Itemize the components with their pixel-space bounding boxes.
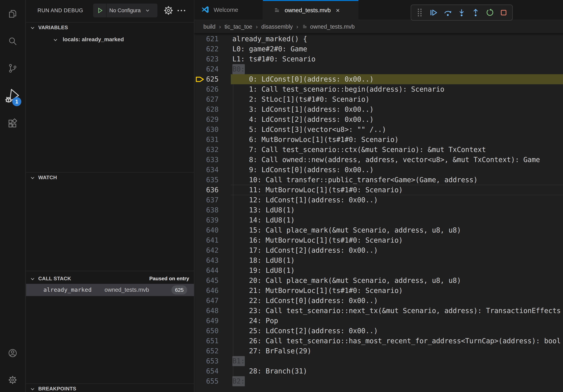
line-number: 653 — [194, 356, 218, 366]
block-label-chip: B0: — [232, 64, 245, 74]
start-debug-icon[interactable] — [97, 7, 103, 14]
line-number: 629 — [194, 115, 218, 125]
code-line: 20: Call place_mark(&mut Scenario, addre… — [231, 275, 563, 286]
debug-badge: 1 — [12, 97, 21, 106]
run-and-debug-icon[interactable]: 1 — [0, 86, 25, 106]
combo-divider — [106, 3, 106, 17]
code-line: 11: MutBorrowLoc[1](ts#1#0: Scenario) — [231, 185, 563, 195]
line-number: 644 — [194, 265, 218, 275]
section-divider — [26, 172, 194, 172]
block-label-chip: B2: — [232, 376, 245, 386]
code-line: 23: Call test_scenario::next_tx(&mut Sce… — [231, 306, 563, 316]
line-number: 626 — [194, 84, 218, 94]
toolbar-gripper[interactable] — [415, 8, 424, 17]
vscode-logo-icon — [201, 5, 210, 14]
block-label-chip: B1: — [232, 356, 245, 366]
stack-frame-row[interactable]: already_marked owned_tests.mvb 625 — [26, 284, 194, 296]
scroll-shadow — [194, 33, 563, 36]
code-line: 16: MutBorrowLoc[1](ts#1#0: Scenario) — [231, 235, 563, 245]
line-number: 638 — [194, 205, 218, 215]
more-actions-icon[interactable] — [178, 5, 189, 16]
active-tab-indicator — [263, 0, 358, 1]
tab-owned-tests[interactable]: owned_tests.mvb × — [263, 0, 358, 21]
line-number: 642 — [194, 245, 218, 255]
line-number: 625 — [194, 74, 218, 84]
line-number: 637 — [194, 195, 218, 205]
line-number: 649 — [194, 316, 218, 326]
code-line: 2: StLoc[1](ts#1#0: Scenario) — [231, 94, 563, 105]
panel-title: RUN AND DEBUG — [38, 8, 83, 14]
tab-welcome[interactable]: Welcome — [194, 0, 263, 20]
line-number: 655 — [194, 376, 218, 386]
code-line: 6: MutBorrowLoc[1](ts#1#0: Scenario) — [231, 135, 563, 145]
code-line: 10: Call transfer::public_transfer<Game>… — [231, 175, 563, 185]
scope-locals-row[interactable]: locals: already_marked — [26, 35, 194, 45]
code-line: 17: LdConst[2](address: 0x00..) — [231, 245, 563, 255]
code-line: B2: — [231, 376, 563, 386]
code-line: 14: LdU8(1) — [231, 215, 563, 225]
code-line: 4: LdConst[2](address: 0x00..) — [231, 115, 563, 125]
breadcrumb-item[interactable]: disassembly — [261, 24, 293, 30]
line-number: 633 — [194, 155, 218, 165]
line-number: 646 — [194, 286, 218, 296]
code-line: 28: Branch(31) — [231, 366, 563, 376]
explorer-icon[interactable] — [0, 4, 25, 24]
breadcrumb-separator: › — [219, 23, 221, 30]
chevron-down-icon — [30, 386, 36, 392]
debug-toolbar — [411, 5, 513, 21]
extensions-icon[interactable] — [0, 114, 25, 133]
line-number: 628 — [194, 105, 218, 115]
account-icon[interactable] — [0, 343, 25, 363]
code-editor[interactable]: 621already_marked() {622L0: game#2#0: Ga… — [194, 33, 563, 392]
code-line: 1: Call test_scenario::begin(address): S… — [231, 84, 563, 94]
code-line: 7: Call test_scenario::ctx(&mut Scenario… — [231, 145, 563, 155]
restart-icon[interactable] — [485, 8, 494, 17]
line-badge: 625 — [171, 285, 187, 295]
breadcrumb-item[interactable]: owned_tests.mvb — [310, 24, 355, 30]
section-divider — [26, 22, 194, 23]
stop-icon[interactable] — [499, 8, 508, 17]
step-into-icon[interactable] — [457, 8, 466, 17]
section-divider — [26, 271, 194, 271]
code-line: L1: ts#1#0: Scenario — [231, 54, 563, 64]
config-label: No Configura — [109, 8, 144, 14]
code-line: B0: — [231, 64, 563, 74]
code-line: 3: LdConst[1](address: 0x00..) — [231, 105, 563, 115]
line-number: 640 — [194, 225, 218, 235]
search-icon[interactable] — [0, 31, 25, 51]
breadcrumb-separator: › — [256, 23, 258, 30]
line-number: 639 — [194, 215, 218, 225]
file-icon — [274, 7, 280, 14]
chevron-down-icon — [145, 8, 150, 13]
section-breakpoints[interactable]: BREAKPOINTS — [26, 384, 194, 392]
file-icon — [302, 24, 308, 30]
line-number: 654 — [194, 366, 218, 376]
launch-config-dropdown[interactable]: No Configura — [93, 3, 157, 17]
line-number: 636 — [194, 185, 218, 195]
step-out-icon[interactable] — [471, 8, 480, 17]
section-divider — [26, 383, 194, 384]
continue-icon[interactable] — [429, 8, 438, 17]
settings-gear-icon[interactable] — [0, 370, 25, 390]
section-call-stack[interactable]: CALL STACK Paused on entry — [26, 274, 194, 283]
section-variables[interactable]: VARIABLES — [26, 23, 194, 32]
line-number: 641 — [194, 235, 218, 245]
line-number: 648 — [194, 306, 218, 316]
section-watch[interactable]: WATCH — [26, 173, 194, 182]
source-control-icon[interactable] — [0, 58, 25, 78]
line-number: 632 — [194, 145, 218, 155]
code-line: 13: LdU8(1) — [231, 205, 563, 215]
breadcrumb-separator: › — [296, 23, 298, 30]
debug-settings-gear-icon[interactable] — [163, 5, 174, 16]
breadcrumb-item[interactable]: tic_tac_toe — [225, 24, 252, 30]
code-line: 8: Call owned::new(address, address, vec… — [231, 155, 563, 165]
close-icon[interactable]: × — [336, 7, 340, 14]
line-number: 635 — [194, 175, 218, 185]
code-line: 26: Call test_scenario::has_most_recent_… — [231, 336, 563, 346]
step-over-icon[interactable] — [443, 8, 452, 17]
line-number: 647 — [194, 296, 218, 306]
breadcrumb-item[interactable]: build — [203, 24, 215, 30]
line-number: 627 — [194, 94, 218, 105]
line-number: 643 — [194, 255, 218, 265]
line-number: 624 — [194, 64, 218, 74]
